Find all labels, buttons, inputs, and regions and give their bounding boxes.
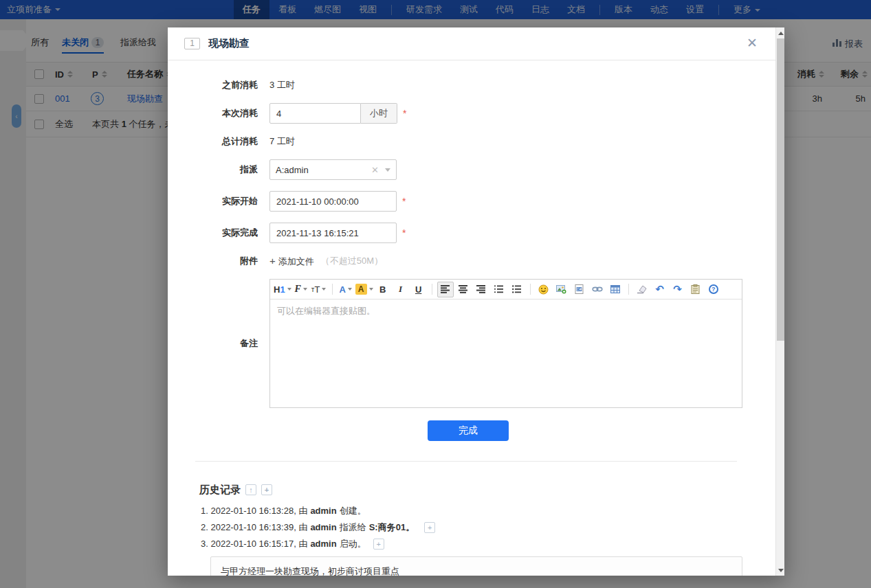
assign-row: 指派 A:admin ✕ bbox=[168, 159, 775, 180]
required-asterisk: * bbox=[402, 196, 406, 207]
history-reverse-icon[interactable]: ↑ bbox=[245, 484, 256, 495]
assignee-select[interactable]: A:admin ✕ bbox=[269, 159, 397, 180]
unordered-list-icon[interactable] bbox=[509, 282, 525, 297]
paste-icon[interactable] bbox=[687, 282, 704, 297]
required-asterisk: * bbox=[403, 108, 406, 119]
scrollbar-thumb[interactable] bbox=[777, 38, 784, 341]
history-target: S:商务01。 bbox=[369, 519, 415, 536]
history-item: 3. 2022-01-10 16:15:17, 由 admin 启动。 + bbox=[201, 536, 775, 552]
previous-consumed-row: 之前消耗 3 工时 bbox=[168, 78, 775, 92]
history-expand-all-icon[interactable]: + bbox=[261, 484, 272, 495]
task-finish-modal: 1 现场勘查 ✕ 之前消耗 3 工时 本次消耗 小时 * 总计消耗 7 工时 指… bbox=[168, 27, 784, 576]
emoticons-icon[interactable] bbox=[536, 282, 552, 297]
chevron-down-icon bbox=[385, 168, 390, 172]
editor-content[interactable]: 可以在编辑器直接贴图。 bbox=[270, 299, 742, 407]
modal-header: 1 现场勘查 ✕ bbox=[168, 27, 775, 60]
undo-icon[interactable]: ↶ bbox=[652, 282, 668, 297]
history-section-title: 历史记录 ↑ + bbox=[199, 482, 775, 497]
modal-scrollbar[interactable] bbox=[775, 27, 784, 576]
finish-form: 之前消耗 3 工时 本次消耗 小时 * 总计消耗 7 工时 指派 A:admin… bbox=[168, 60, 775, 441]
actual-start-row: 实际开始 * bbox=[168, 191, 775, 212]
plus-icon: + bbox=[269, 255, 276, 267]
actual-start-input[interactable] bbox=[269, 191, 397, 212]
scroll-down-arrow[interactable] bbox=[776, 565, 784, 576]
code-icon[interactable]: C# bbox=[571, 282, 588, 297]
align-right-icon[interactable] bbox=[473, 282, 489, 297]
about-help-icon[interactable]: ? bbox=[705, 282, 722, 297]
history-item: 1. 2022-01-10 16:13:28, 由 admin 创建。 bbox=[201, 503, 775, 519]
finish-button[interactable]: 完成 bbox=[428, 420, 509, 441]
svg-text:C#: C# bbox=[576, 287, 582, 291]
required-asterisk: * bbox=[402, 227, 406, 238]
history-expand-icon[interactable]: + bbox=[373, 539, 384, 550]
history-comment: 与甲方经理一块勘查现场，初步商讨项目重点 bbox=[210, 556, 742, 576]
attachment-row: 附件 +添加文件 （不超过50M） bbox=[168, 254, 775, 268]
clear-icon[interactable]: ✕ bbox=[371, 165, 379, 175]
font-family-button[interactable]: F bbox=[293, 282, 309, 297]
image-icon[interactable] bbox=[553, 282, 570, 297]
actual-finish-row: 实际完成 * bbox=[168, 223, 775, 243]
consumed-input[interactable] bbox=[269, 103, 361, 124]
font-size-button[interactable]: тT bbox=[311, 282, 327, 297]
bold-button[interactable]: B bbox=[375, 282, 391, 297]
align-center-icon[interactable] bbox=[455, 282, 472, 297]
font-color-button[interactable]: A bbox=[338, 282, 354, 297]
align-left-icon[interactable] bbox=[437, 282, 454, 297]
attachment-size-hint: （不超过50M） bbox=[321, 255, 383, 267]
rich-text-editor: H1 F тT A A B I U bbox=[269, 279, 742, 408]
background-color-button[interactable]: A bbox=[355, 282, 373, 297]
remark-row: 备注 H1 F тT A A B I U bbox=[168, 279, 775, 408]
add-file-button[interactable]: +添加文件 bbox=[269, 255, 314, 268]
heading-button[interactable]: H1 bbox=[274, 282, 291, 297]
close-icon[interactable]: ✕ bbox=[747, 36, 758, 50]
italic-button[interactable]: I bbox=[393, 282, 409, 297]
history-expand-icon[interactable]: + bbox=[424, 522, 435, 533]
history-item: 2. 2022-01-10 16:13:39, 由 admin 指派给 S:商务… bbox=[201, 519, 775, 536]
total-consumed-value: 7 工时 bbox=[269, 135, 295, 148]
link-icon[interactable] bbox=[589, 282, 606, 297]
ordered-list-icon[interactable] bbox=[491, 282, 507, 297]
underline-button[interactable]: U bbox=[410, 282, 427, 297]
redo-icon[interactable]: ↷ bbox=[670, 282, 686, 297]
current-consumed-row: 本次消耗 小时 * bbox=[168, 103, 775, 124]
section-divider bbox=[195, 461, 737, 462]
hours-unit-addon: 小时 bbox=[361, 103, 397, 124]
history-user: admin bbox=[310, 519, 336, 536]
task-id-badge: 1 bbox=[184, 38, 200, 49]
previous-consumed-value: 3 工时 bbox=[269, 79, 295, 91]
total-consumed-row: 总计消耗 7 工时 bbox=[168, 135, 775, 148]
editor-toolbar: H1 F тT A A B I U bbox=[270, 280, 742, 299]
remove-format-icon[interactable] bbox=[634, 282, 650, 297]
scroll-up-arrow[interactable] bbox=[776, 27, 784, 38]
history-user: admin bbox=[310, 536, 336, 552]
history-user: admin bbox=[310, 503, 336, 519]
modal-title: 现场勘查 bbox=[208, 37, 250, 50]
actual-finish-input[interactable] bbox=[269, 223, 397, 243]
table-icon[interactable] bbox=[607, 282, 624, 297]
